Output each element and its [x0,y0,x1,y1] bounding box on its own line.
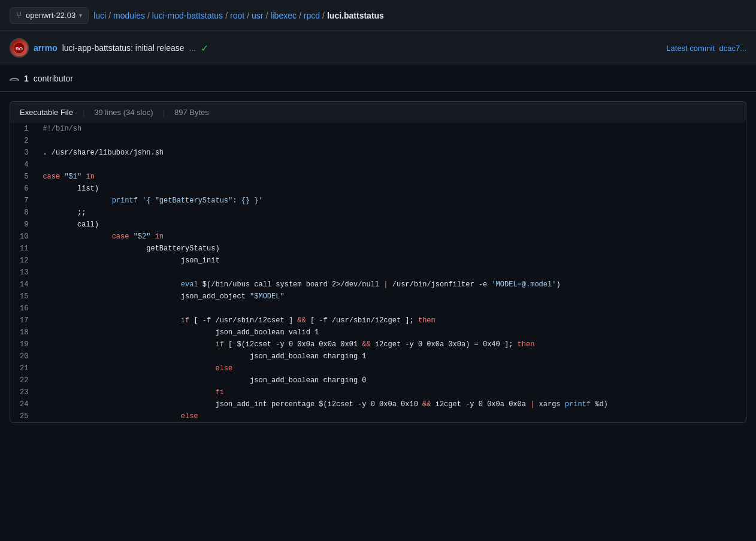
line-number: 11 [10,243,38,255]
table-row: 5 case "$1" in [10,171,746,183]
line-code: . /usr/share/libubox/jshn.sh [38,147,746,159]
fork-icon: ⑂ [16,10,22,21]
line-code: json_add_boolean valid 1 [38,327,746,338]
table-row: 14 eval $(/bin/ubus call system board 2>… [10,279,746,291]
line-number: 6 [10,183,38,195]
table-row: 11 getBatteryStatus) [10,243,746,255]
line-code: printf '{ "getBatteryStatus": {} }' [38,195,746,207]
commit-bar: RO arrmo luci-app-battstatus: initial re… [0,31,756,65]
line-number: 4 [10,159,38,171]
line-code: json_add_boolean charging 0 [38,374,746,386]
table-row: 23 fi [10,386,746,398]
line-number: 20 [10,350,38,362]
line-code: case "$2" in [38,231,746,243]
line-number: 2 [10,135,38,147]
table-row: 2 [10,135,746,147]
line-number: 10 [10,231,38,243]
contributors-bar: 1 contributor [0,65,756,92]
line-number: 8 [10,207,38,219]
table-row: 10 case "$2" in [10,231,746,243]
line-code: else [38,362,746,374]
commit-hash[interactable]: dcac7... [719,44,746,53]
file-type: Executable File [20,108,73,117]
svg-text:RO: RO [16,46,23,52]
table-row: 3 . /usr/share/libubox/jshn.sh [10,147,746,159]
line-code: fi [38,386,746,398]
line-number: 16 [10,303,38,315]
line-number: 19 [10,338,38,350]
repo-selector-label: openwrt-22.03 [26,11,75,20]
line-code [38,303,746,315]
breadcrumb-current: luci.battstatus [327,11,384,20]
contributor-label: contributor [34,74,73,83]
table-row: 12 json_init [10,255,746,267]
table-row: 4 [10,159,746,171]
line-number: 22 [10,374,38,386]
check-icon: ✓ [201,43,208,54]
breadcrumb-luci-mod-battstatus[interactable]: luci-mod-battstatus [152,11,223,20]
line-code: json_init [38,255,746,267]
table-row: 13 [10,267,746,279]
table-row: 24 json_add_int percentage $(i2cset -y 0… [10,398,746,410]
latest-commit: Latest commit dcac7... [666,44,746,53]
line-code: if [ $(i2cset -y 0 0x0a 0x0a 0x01 && i2c… [38,338,746,350]
latest-commit-label: Latest commit [666,44,715,53]
table-row: 6 list) [10,183,746,195]
table-row: 20 json_add_boolean charging 1 [10,350,746,362]
line-number: 7 [10,195,38,207]
contributor-icon [10,72,19,84]
top-nav: ⑂ openwrt-22.03 ▾ luci / modules / luci-… [0,0,756,31]
commit-dots: ... [189,43,196,53]
line-code: if [ -f /usr/sbin/i2cset ] && [ -f /usr/… [38,315,746,327]
line-number: 5 [10,171,38,183]
line-code [38,159,746,171]
table-row: 8 ;; [10,207,746,219]
line-code [38,267,746,279]
line-number: 3 [10,147,38,159]
line-code: getBatteryStatus) [38,243,746,255]
commit-author[interactable]: arrmo [34,43,58,53]
line-code: json_add_int percentage $(i2cset -y 0 0x… [38,398,746,410]
table-row: 16 [10,303,746,315]
line-number: 1 [10,123,38,135]
line-code: #!/bin/sh [38,123,746,135]
line-code: eval $(/bin/ubus call system board 2>/de… [38,279,746,291]
line-number: 13 [10,267,38,279]
line-number: 23 [10,386,38,398]
breadcrumb-rpcd[interactable]: rpcd [304,11,320,20]
line-number: 9 [10,219,38,231]
breadcrumb-libexec[interactable]: libexec [270,11,297,20]
line-code: list) [38,183,746,195]
avatar-logo: RO [13,42,25,54]
code-container: 1 #!/bin/sh 2 3 . /usr/share/libubox/jsh… [10,123,746,423]
breadcrumb-modules[interactable]: modules [113,11,145,20]
repo-selector[interactable]: ⑂ openwrt-22.03 ▾ [10,7,89,24]
table-row: 15 json_add_object "$MODEL" [10,291,746,303]
line-number: 25 [10,410,38,422]
commit-left: RO arrmo luci-app-battstatus: initial re… [10,38,208,58]
contributor-count: 1 [24,74,29,83]
line-number: 18 [10,327,38,338]
file-size: 897 Bytes [174,108,209,117]
line-code: else [38,410,746,422]
table-row: 19 if [ $(i2cset -y 0 0x0a 0x0a 0x01 && … [10,338,746,350]
table-row: 18 json_add_boolean valid 1 [10,327,746,338]
table-row: 9 call) [10,219,746,231]
line-code: ;; [38,207,746,219]
chevron-down-icon: ▾ [79,12,82,19]
table-row: 1 #!/bin/sh [10,123,746,135]
table-row: 21 else [10,362,746,374]
breadcrumb-luci[interactable]: luci [93,11,106,20]
table-row: 17 if [ -f /usr/sbin/i2cset ] && [ -f /u… [10,315,746,327]
line-code: call) [38,219,746,231]
line-number: 15 [10,291,38,303]
breadcrumb-root[interactable]: root [230,11,244,20]
line-number: 21 [10,362,38,374]
line-code [38,135,746,147]
table-row: 22 json_add_boolean charging 0 [10,374,746,386]
line-code: json_add_boolean charging 1 [38,350,746,362]
line-number: 14 [10,279,38,291]
line-number: 17 [10,315,38,327]
breadcrumb-usr[interactable]: usr [252,11,263,20]
line-code: case "$1" in [38,171,746,183]
